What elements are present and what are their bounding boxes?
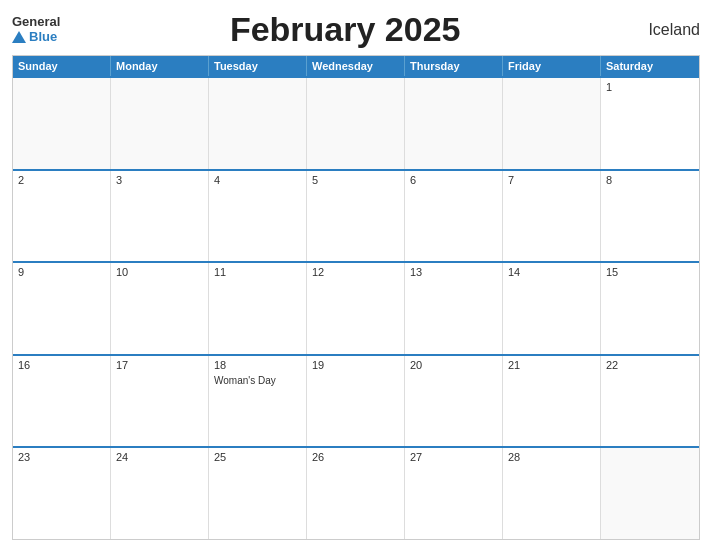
calendar-day-cell: 18Woman's Day bbox=[209, 356, 307, 447]
calendar-day-cell: 6 bbox=[405, 171, 503, 262]
day-number: 13 bbox=[410, 266, 497, 278]
calendar-week-row: 161718Woman's Day19202122 bbox=[13, 354, 699, 447]
page: General Blue February 2025 Iceland Sunda… bbox=[0, 0, 712, 550]
calendar-day-cell: 21 bbox=[503, 356, 601, 447]
calendar-week-row: 2345678 bbox=[13, 169, 699, 262]
day-number: 27 bbox=[410, 451, 497, 463]
day-number: 21 bbox=[508, 359, 595, 371]
calendar-day-cell: 4 bbox=[209, 171, 307, 262]
day-number: 2 bbox=[18, 174, 105, 186]
calendar-header-row: SundayMondayTuesdayWednesdayThursdayFrid… bbox=[13, 56, 699, 76]
day-number: 26 bbox=[312, 451, 399, 463]
calendar-day-cell: 10 bbox=[111, 263, 209, 354]
calendar-day-cell: 16 bbox=[13, 356, 111, 447]
logo-triangle-icon bbox=[12, 31, 26, 43]
header: General Blue February 2025 Iceland bbox=[12, 10, 700, 49]
day-number: 3 bbox=[116, 174, 203, 186]
day-number: 17 bbox=[116, 359, 203, 371]
day-event: Woman's Day bbox=[214, 375, 301, 386]
day-number: 15 bbox=[606, 266, 694, 278]
calendar-day-cell: 3 bbox=[111, 171, 209, 262]
calendar-day-cell: 22 bbox=[601, 356, 699, 447]
day-number: 5 bbox=[312, 174, 399, 186]
logo-blue-text: Blue bbox=[12, 29, 57, 44]
calendar-day-cell: 13 bbox=[405, 263, 503, 354]
day-number: 24 bbox=[116, 451, 203, 463]
calendar-day-cell: 28 bbox=[503, 448, 601, 539]
calendar-week-row: 9101112131415 bbox=[13, 261, 699, 354]
calendar-header-cell: Friday bbox=[503, 56, 601, 76]
day-number: 19 bbox=[312, 359, 399, 371]
calendar-day-cell: 11 bbox=[209, 263, 307, 354]
day-number: 20 bbox=[410, 359, 497, 371]
day-number: 8 bbox=[606, 174, 694, 186]
day-number: 12 bbox=[312, 266, 399, 278]
calendar-day-cell bbox=[111, 78, 209, 169]
day-number: 25 bbox=[214, 451, 301, 463]
calendar-title: February 2025 bbox=[60, 10, 630, 49]
logo: General Blue bbox=[12, 15, 60, 44]
calendar-day-cell: 20 bbox=[405, 356, 503, 447]
calendar-day-cell: 9 bbox=[13, 263, 111, 354]
calendar-day-cell bbox=[209, 78, 307, 169]
calendar-day-cell: 23 bbox=[13, 448, 111, 539]
calendar-week-row: 1 bbox=[13, 76, 699, 169]
day-number: 28 bbox=[508, 451, 595, 463]
calendar-day-cell: 27 bbox=[405, 448, 503, 539]
calendar-day-cell: 14 bbox=[503, 263, 601, 354]
logo-general-text: General bbox=[12, 15, 60, 29]
calendar-day-cell: 17 bbox=[111, 356, 209, 447]
day-number: 23 bbox=[18, 451, 105, 463]
calendar-week-row: 232425262728 bbox=[13, 446, 699, 539]
calendar-day-cell: 15 bbox=[601, 263, 699, 354]
calendar-header-cell: Saturday bbox=[601, 56, 699, 76]
day-number: 22 bbox=[606, 359, 694, 371]
calendar-header-cell: Wednesday bbox=[307, 56, 405, 76]
calendar-header-cell: Tuesday bbox=[209, 56, 307, 76]
calendar-day-cell: 5 bbox=[307, 171, 405, 262]
calendar-day-cell: 2 bbox=[13, 171, 111, 262]
country-label: Iceland bbox=[630, 21, 700, 39]
day-number: 7 bbox=[508, 174, 595, 186]
logo-blue-label: Blue bbox=[29, 29, 57, 44]
day-number: 6 bbox=[410, 174, 497, 186]
day-number: 4 bbox=[214, 174, 301, 186]
calendar-day-cell: 26 bbox=[307, 448, 405, 539]
calendar-day-cell: 7 bbox=[503, 171, 601, 262]
day-number: 11 bbox=[214, 266, 301, 278]
calendar-day-cell bbox=[503, 78, 601, 169]
day-number: 18 bbox=[214, 359, 301, 371]
day-number: 10 bbox=[116, 266, 203, 278]
calendar-day-cell bbox=[601, 448, 699, 539]
calendar: SundayMondayTuesdayWednesdayThursdayFrid… bbox=[12, 55, 700, 540]
calendar-header-cell: Sunday bbox=[13, 56, 111, 76]
day-number: 9 bbox=[18, 266, 105, 278]
calendar-day-cell: 12 bbox=[307, 263, 405, 354]
day-number: 14 bbox=[508, 266, 595, 278]
calendar-header-cell: Monday bbox=[111, 56, 209, 76]
calendar-day-cell: 25 bbox=[209, 448, 307, 539]
day-number: 1 bbox=[606, 81, 694, 93]
day-number: 16 bbox=[18, 359, 105, 371]
calendar-header-cell: Thursday bbox=[405, 56, 503, 76]
calendar-day-cell: 24 bbox=[111, 448, 209, 539]
calendar-day-cell bbox=[405, 78, 503, 169]
calendar-day-cell: 1 bbox=[601, 78, 699, 169]
calendar-body: 123456789101112131415161718Woman's Day19… bbox=[13, 76, 699, 539]
calendar-day-cell bbox=[307, 78, 405, 169]
calendar-day-cell: 19 bbox=[307, 356, 405, 447]
calendar-day-cell: 8 bbox=[601, 171, 699, 262]
calendar-day-cell bbox=[13, 78, 111, 169]
